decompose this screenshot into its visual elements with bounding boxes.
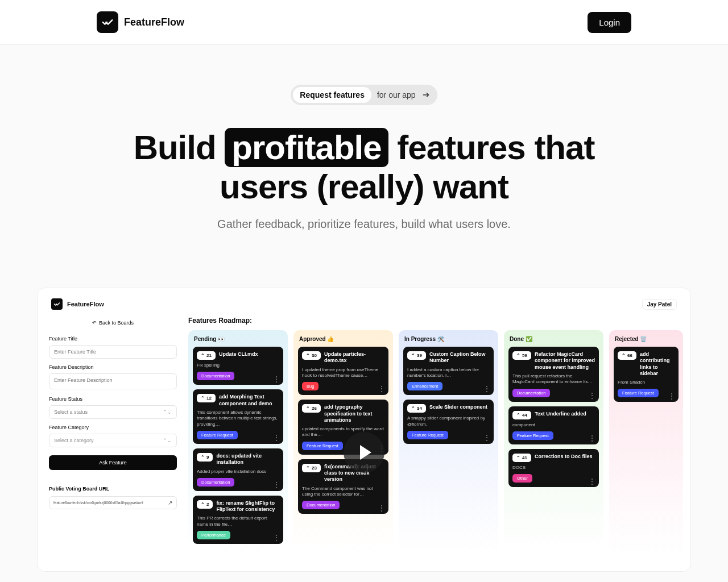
- kebab-menu-icon[interactable]: ⋮: [589, 394, 595, 397]
- feature-card[interactable]: ⌃ 34Scale Slider componentA snappy slide…: [403, 400, 494, 444]
- chevron-up-icon: ⌃: [411, 353, 415, 358]
- vote-button[interactable]: ⌃ 9: [197, 453, 213, 462]
- board-column: Rejected 🗑️⌃ 66add contributing links to…: [609, 330, 683, 554]
- login-button[interactable]: Login: [588, 12, 631, 33]
- chevron-up-icon: ⌃: [411, 406, 415, 411]
- column-title: In Progress 🛠️: [403, 336, 494, 342]
- board-column: Pending 👀⌃ 21Update CLI.mdxFix spellingD…: [188, 330, 288, 554]
- preview-topbar: FeatureFlow Jay Patel: [49, 295, 679, 317]
- chevron-up-icon: ⌃: [306, 353, 310, 358]
- board-column: Done ✅⌃ 59Refactor MagicCard component f…: [504, 330, 603, 554]
- card-title: Custom Caption Below Number: [429, 351, 490, 364]
- feature-card[interactable]: ⌃ 44Text Underline addedcomponentFeature…: [508, 406, 599, 444]
- vote-button[interactable]: ⌃ 30: [302, 351, 321, 360]
- category-placeholder: Select a category: [54, 438, 94, 443]
- feature-card[interactable]: ⌃ 12add Morphing Text component and demo…: [193, 389, 283, 444]
- vote-button[interactable]: ⌃ 39: [407, 351, 426, 360]
- vote-button[interactable]: ⌃ 44: [512, 411, 531, 419]
- feature-card[interactable]: ⌃ 30Update particles-demo.tsxI updated t…: [298, 347, 388, 395]
- vote-button[interactable]: ⌃ 23: [302, 464, 321, 472]
- card-description: Fix spelling: [197, 363, 279, 368]
- card-tag: Feature Request: [407, 431, 448, 439]
- announce-pill-text: for our app: [377, 90, 416, 99]
- kebab-menu-icon[interactable]: ⋮: [589, 437, 595, 440]
- card-description: This PR corrects the default export name…: [197, 516, 279, 527]
- kebab-menu-icon[interactable]: ⋮: [273, 378, 280, 381]
- card-description: From Shadcn: [618, 380, 675, 385]
- card-description: The Command component was not using the …: [302, 486, 384, 498]
- card-title: Corrections to Doc files: [535, 454, 595, 460]
- card-description: I updated theme prop from useTheme hook …: [302, 367, 384, 379]
- chevron-up-icon: ⌃: [201, 455, 205, 460]
- preview-user-chip[interactable]: Jay Patel: [642, 299, 677, 310]
- hero-headline: Build profitable features that users (re…: [91, 128, 637, 206]
- public-url-value: featureflow.tech/ssk/cm0gmfrzj0006v65a4i…: [53, 501, 143, 505]
- vote-button[interactable]: ⌃ 66: [618, 351, 636, 360]
- kebab-menu-icon[interactable]: ⋮: [483, 436, 490, 439]
- feature-card[interactable]: ⌃ 2fix: rename SlightFlip to FlipText fo…: [193, 496, 283, 544]
- card-title: add typography specification to text ani…: [324, 404, 384, 423]
- chevron-up-icon: ⌃: [516, 413, 520, 418]
- feature-card[interactable]: ⌃ 59Refactor MagicCard component for imp…: [508, 347, 599, 402]
- vote-button[interactable]: ⌃ 59: [512, 351, 531, 360]
- column-title: Rejected 🗑️: [614, 336, 679, 342]
- kebab-menu-icon[interactable]: ⋮: [273, 537, 280, 539]
- kebab-menu-icon[interactable]: ⋮: [668, 395, 675, 398]
- external-link-icon[interactable]: ↗: [168, 500, 172, 506]
- kebab-menu-icon[interactable]: ⋮: [273, 436, 280, 439]
- public-url-label: Public Voting Board URL: [49, 486, 177, 492]
- card-title: add Morphing Text component and demo: [219, 394, 279, 407]
- kebab-menu-icon[interactable]: ⋮: [378, 507, 385, 510]
- card-title: Update particles-demo.tsx: [324, 351, 384, 364]
- status-field-label: Feature Status: [49, 396, 177, 402]
- kebab-menu-icon[interactable]: ⋮: [273, 484, 280, 487]
- vote-button[interactable]: ⌃ 26: [302, 404, 321, 413]
- card-tag: Documentation: [197, 372, 234, 380]
- select-chevron-icon: ⌃⌄: [163, 409, 172, 415]
- card-title: docs: updated vite installation: [216, 453, 279, 466]
- feature-form-sidebar: ↶ Back to Boards Feature Title Feature D…: [49, 317, 177, 554]
- feature-card[interactable]: ⌃ 21Update CLI.mdxFix spellingDocumentat…: [193, 347, 283, 385]
- chevron-up-icon: ⌃: [201, 502, 205, 507]
- card-description: This component allows dynamic transition…: [197, 410, 279, 427]
- preview-brand-wrap: FeatureFlow: [51, 298, 104, 310]
- card-description: A snappy slider component inspired by @f…: [407, 415, 490, 427]
- roadmap-board: Features Roadmap: Pending 👀⌃ 21Update CL…: [188, 317, 683, 554]
- vote-button[interactable]: ⌃ 21: [197, 351, 216, 360]
- status-select[interactable]: Select a status ⌃⌄: [49, 405, 177, 419]
- headline-pre: Build: [134, 128, 225, 167]
- chevron-up-icon: ⌃: [201, 396, 205, 401]
- card-tag: Documentation: [197, 478, 234, 487]
- vote-button[interactable]: ⌃ 34: [407, 404, 426, 413]
- site-header: FeatureFlow Login: [0, 0, 728, 45]
- desc-textarea[interactable]: [49, 373, 177, 389]
- ask-feature-button[interactable]: Ask Feature: [49, 455, 177, 470]
- back-to-boards-link[interactable]: ↶ Back to Boards: [49, 317, 177, 329]
- announce-pill[interactable]: Request features for our app: [291, 85, 437, 105]
- card-tag: Bug: [302, 382, 318, 390]
- title-input[interactable]: [49, 345, 177, 359]
- vote-button[interactable]: ⌃ 2: [197, 500, 213, 509]
- chevron-up-icon: ⌃: [306, 406, 310, 411]
- category-field-label: Feature Category: [49, 425, 177, 430]
- card-title: Text Underline added: [535, 411, 595, 417]
- desc-field-label: Feature Description: [49, 364, 177, 370]
- video-play-button[interactable]: [344, 432, 384, 473]
- feature-card[interactable]: ⌃ 9docs: updated vite installationAdded …: [193, 448, 283, 491]
- kebab-menu-icon[interactable]: ⋮: [378, 388, 385, 390]
- card-tag: Performance: [197, 531, 230, 539]
- card-description: DOCS: [512, 465, 595, 471]
- column-title: Approved 👍: [298, 336, 388, 342]
- feature-card[interactable]: ⌃ 66add contributing links to sidebarFro…: [614, 347, 679, 402]
- card-tag: Documentation: [512, 389, 550, 397]
- board-column: In Progress 🛠️⌃ 39Custom Caption Below N…: [399, 330, 498, 554]
- kebab-menu-icon[interactable]: ⋮: [483, 388, 490, 390]
- card-tag: Documentation: [302, 501, 340, 509]
- hero-subhead: Gather feedback, prioritize features, bu…: [23, 218, 705, 231]
- feature-card[interactable]: ⌃ 39Custom Caption Below NumberI added a…: [403, 347, 494, 395]
- feature-card[interactable]: ⌃ 41Corrections to Doc filesDOCSOther⋮: [508, 449, 599, 487]
- category-select[interactable]: Select a category ⌃⌄: [49, 434, 177, 447]
- vote-button[interactable]: ⌃ 12: [197, 394, 216, 402]
- vote-button[interactable]: ⌃ 41: [512, 454, 531, 462]
- kebab-menu-icon[interactable]: ⋮: [589, 480, 595, 483]
